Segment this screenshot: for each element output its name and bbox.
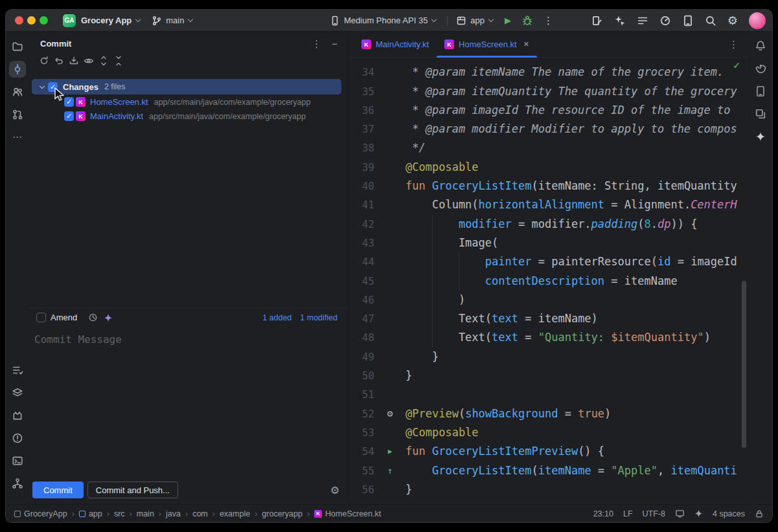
code-text[interactable]: Column(horizontalAlignment = Alignment.C… (406, 195, 748, 214)
profiler-icon[interactable] (659, 15, 671, 27)
tab-list-icon[interactable]: ⋮ (729, 32, 748, 57)
line-separator-widget[interactable]: LF (623, 509, 633, 518)
shelve-icon[interactable] (69, 56, 79, 66)
collapse-all-icon[interactable] (113, 56, 124, 66)
code-text[interactable]: * @param itemName The name of the grocer… (406, 63, 748, 82)
code-text[interactable]: contentDescription = itemName (406, 272, 748, 291)
problems-tool-icon[interactable] (9, 430, 26, 447)
code-text[interactable]: fun GroceryListItem(itemName: String, it… (406, 177, 748, 195)
preview-settings-gutter-icon[interactable]: ⚙ (387, 405, 393, 423)
indent-widget[interactable]: 4 spaces (713, 509, 745, 518)
user-avatar[interactable] (749, 12, 766, 29)
project-name[interactable]: Grocery App (81, 16, 132, 25)
code-text[interactable]: @Composable (406, 423, 748, 442)
code-text[interactable]: fun GroceryListItemPreview() { (406, 442, 748, 461)
code-text[interactable]: Image( (406, 234, 748, 252)
pull-requests-tool-icon[interactable] (9, 106, 26, 123)
device-selector[interactable]: Medium Phone API 35 (344, 16, 428, 25)
more-tools-icon[interactable]: ⋯ (9, 129, 26, 146)
zoom-window-button[interactable] (40, 16, 48, 25)
code-text[interactable]: GroceryListItem(itemName = "Apple", item… (406, 461, 748, 480)
breadcrumb-item[interactable]: example (220, 509, 250, 518)
code-text[interactable]: Text(text = "Quantity: $itemQuantity") (406, 328, 748, 347)
close-tab-icon[interactable]: ✕ (523, 40, 529, 49)
expand-chevron-icon[interactable] (40, 83, 45, 88)
hide-panel-icon[interactable]: − (332, 38, 338, 49)
version-control-tool-icon[interactable] (9, 475, 26, 492)
editor-scrollbar[interactable] (742, 281, 746, 448)
breadcrumb-item[interactable]: java (166, 509, 181, 518)
code-text[interactable]: * @param itemQuantity The quantity of th… (406, 82, 748, 101)
amend-checkbox[interactable] (36, 313, 46, 322)
logcat-icon[interactable] (637, 15, 648, 27)
commit-button[interactable]: Commit (32, 482, 84, 498)
resource-manager-icon[interactable] (752, 105, 769, 122)
code-text[interactable]: } (406, 348, 748, 366)
ai-commit-message-icon[interactable] (104, 313, 113, 322)
deploy-preview-gutter-icon[interactable]: ↑ (387, 461, 393, 480)
cursor-position-widget[interactable]: 23:10 (593, 509, 613, 518)
gradle-icon[interactable] (752, 60, 769, 77)
code-editor[interactable]: 33 *34 * @param itemName The name of the… (349, 58, 748, 504)
code-text[interactable]: @Composable (406, 158, 748, 177)
todo-tool-icon[interactable] (9, 362, 26, 379)
expand-all-icon[interactable] (98, 56, 109, 66)
code-text[interactable]: ) (406, 291, 748, 309)
breadcrumb-item[interactable]: main (137, 509, 154, 518)
encoding-widget[interactable]: UTF-8 (643, 509, 665, 518)
minimize-window-button[interactable] (27, 16, 36, 25)
screen-share-icon[interactable] (675, 509, 685, 518)
terminal-tool-icon[interactable] (9, 452, 26, 469)
changed-file-row[interactable]: ✓ K MainActivity.kt app/src/main/java/co… (29, 109, 348, 123)
inspections-status-icon[interactable]: ✓ (733, 60, 740, 71)
commit-settings-icon[interactable]: ⚙ (330, 484, 339, 496)
code-text[interactable]: * @param modifier Modifier to apply to t… (406, 120, 748, 139)
code-text[interactable]: Text(text = itemName) (406, 309, 748, 328)
breadcrumb-item[interactable]: GroceryApp (14, 509, 67, 518)
device-manager-tool-icon[interactable] (752, 83, 769, 100)
collaboration-tool-icon[interactable] (9, 83, 26, 100)
code-text[interactable]: } (406, 480, 748, 499)
ai-status-icon[interactable] (694, 509, 703, 518)
history-icon[interactable] (88, 313, 98, 322)
logcat-tool-icon[interactable] (9, 407, 26, 424)
code-text[interactable]: * @param imageId The resource ID of the … (406, 101, 748, 120)
commit-and-push-button[interactable]: Commit and Push... (87, 482, 178, 498)
breadcrumb-item[interactable]: groceryapp (262, 509, 303, 518)
panel-options-icon[interactable]: ⋮ (312, 38, 321, 50)
close-window-button[interactable] (15, 16, 23, 25)
breadcrumb-item[interactable]: KHomeScreen.kt (314, 509, 381, 518)
breadcrumb-item[interactable]: com (192, 509, 208, 518)
code-text[interactable]: */ (406, 139, 748, 157)
changed-file-row[interactable]: ✓ K HomeScreen.kt app/src/main/java/com/… (29, 95, 348, 109)
device-manager-icon[interactable] (682, 15, 694, 27)
more-actions-icon[interactable]: ⋮ (543, 15, 553, 27)
run-config-name[interactable]: app (470, 16, 485, 25)
settings-icon[interactable]: ⚙ (727, 14, 738, 28)
search-icon[interactable] (705, 15, 716, 27)
show-diff-icon[interactable] (84, 56, 94, 66)
changes-group-row[interactable]: ✓ Changes 2 files (32, 79, 341, 94)
tab-homescreen[interactable]: K HomeScreen.kt ✕ (437, 32, 537, 57)
added-count-link[interactable]: 1 added (262, 313, 292, 322)
tab-mainactivity[interactable]: K MainActivity.kt (354, 32, 437, 57)
layout-inspector-icon[interactable] (591, 15, 603, 27)
ai-actions-icon[interactable] (614, 15, 626, 27)
amend-label[interactable]: Amend (51, 313, 77, 322)
run-button[interactable]: ▶ (505, 16, 511, 25)
breadcrumb-item[interactable]: src (114, 509, 125, 518)
notifications-icon[interactable] (752, 38, 769, 54)
build-variants-tool-icon[interactable] (9, 384, 26, 401)
breadcrumb-item[interactable]: app (79, 509, 102, 518)
code-text[interactable]: @Preview(showBackground = true) (406, 405, 748, 423)
branch-name[interactable]: main (166, 16, 184, 25)
run-preview-gutter-icon[interactable]: ▶ (388, 442, 393, 461)
code-text[interactable]: * (406, 58, 748, 63)
commit-message-input[interactable]: Commit Message (29, 327, 348, 476)
gemini-icon[interactable] (752, 128, 769, 145)
code-text[interactable]: } (406, 366, 748, 385)
file-checkbox[interactable]: ✓ (64, 111, 74, 121)
lock-icon[interactable] (755, 509, 764, 518)
refresh-icon[interactable] (39, 56, 49, 66)
commit-tool-icon[interactable] (9, 61, 26, 78)
